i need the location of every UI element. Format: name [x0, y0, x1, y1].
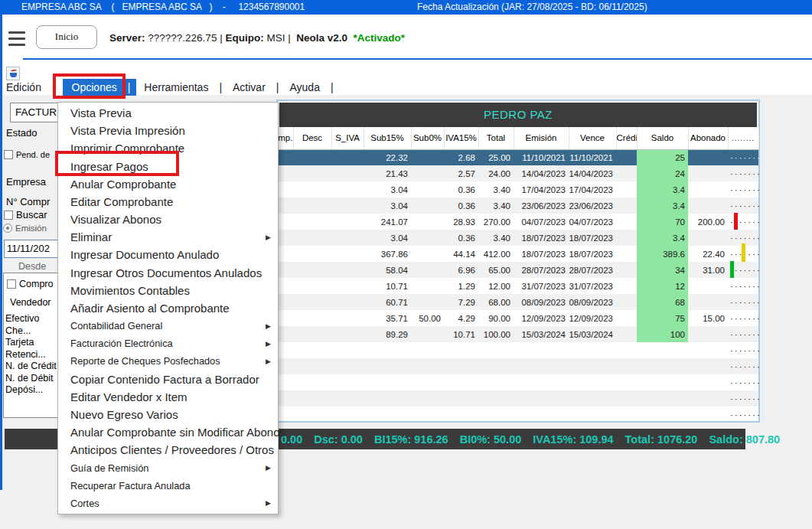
- menu-item-ingresar-otros-documentos-anulados[interactable]: Ingresar Otros Documentos Anulados: [58, 264, 278, 282]
- cell-sub15: [364, 358, 411, 374]
- compro-checkbox-box[interactable]: [7, 279, 16, 289]
- invoice-row[interactable]: 21.432.5724.0014/04/202314/04/202324····…: [278, 165, 758, 181]
- cell-total: 25.00: [478, 149, 514, 165]
- cell-iva15: 44.14: [444, 246, 478, 262]
- empty-row[interactable]: ·······: [278, 358, 758, 374]
- menu-item-recuperar-factura-anulada[interactable]: Recuperar Factura Anulada: [58, 477, 278, 495]
- menubar-item-herramientas[interactable]: Herramientas|: [136, 79, 225, 96]
- column-header-emision[interactable]: Emisión: [514, 127, 569, 149]
- payment-method-item[interactable]: Retenci...: [5, 349, 64, 361]
- payment-method-item[interactable]: N. de Crédit: [5, 361, 64, 373]
- menu-item-vista-previa-impresión[interactable]: Vista Previa Impresión: [58, 122, 278, 139]
- menu-item-contabilidad-general[interactable]: Contabilidad General▶: [58, 317, 278, 335]
- menu-item-vista-previa[interactable]: Vista Previa: [58, 104, 278, 122]
- cell-iva15: [444, 407, 478, 423]
- payment-method-item[interactable]: Che...: [5, 325, 64, 338]
- payment-method-item[interactable]: Depósi...: [5, 384, 64, 397]
- payment-method-item[interactable]: N. de Débit: [5, 373, 64, 385]
- payment-method-item[interactable]: Tarjeta: [5, 337, 64, 349]
- cell-dots: ·······: [728, 262, 758, 278]
- cell-dots: ·······: [728, 294, 758, 310]
- cell-emision: [514, 358, 569, 374]
- menubar-item-edición[interactable]: Edición|: [6, 79, 58, 96]
- menu-item-anular-comprobante[interactable]: Anular Comprobante: [58, 175, 278, 193]
- column-header-iva15[interactable]: IVA15%: [444, 127, 478, 149]
- emision-radio-button[interactable]: [3, 224, 12, 233]
- payment-method-item[interactable]: Efectivo: [5, 313, 64, 325]
- column-header-saldo[interactable]: Saldo: [637, 127, 688, 149]
- menu-item-ingresar-documento-anulado[interactable]: Ingresar Documento Anulado: [58, 246, 278, 263]
- invoice-row[interactable]: 10.711.2912.0031/07/202331/07/202312····…: [278, 278, 758, 294]
- emision-radio[interactable]: Emisión: [3, 224, 47, 233]
- invoice-row[interactable]: 35.7150.004.2990.0012/09/202312/09/20237…: [278, 310, 758, 326]
- menu-item-guía-de-remisión[interactable]: Guía de Remisión▶: [58, 459, 278, 476]
- cell-total: 24.00: [478, 165, 514, 181]
- invoice-row[interactable]: 367.8644.14412.0018/07/202318/07/2023389…: [278, 246, 758, 262]
- cell-iva15: [444, 374, 478, 390]
- menubar-item-opciones[interactable]: Opciones|: [63, 79, 137, 96]
- cell-credito: [616, 230, 637, 246]
- menu-item-editar-vendedor-x-item[interactable]: Editar Vendedor x Item: [58, 388, 278, 406]
- empty-row[interactable]: ·······: [278, 390, 758, 407]
- empty-row[interactable]: ·······: [278, 342, 758, 358]
- column-header-sub0[interactable]: Sub0%: [411, 127, 444, 149]
- cell-comp: [278, 214, 293, 230]
- menu-item-ingresar-pagos[interactable]: Ingresar Pagos: [58, 158, 278, 175]
- invoice-row[interactable]: 3.040.363.4017/04/202317/04/20233.4·····…: [278, 181, 758, 198]
- empty-row[interactable]: ·······: [278, 374, 758, 390]
- invoice-row[interactable]: 3.040.363.4023/06/202323/06/20233.4·····…: [278, 198, 758, 214]
- menu-item-visualizar-abonos[interactable]: Visualizar Abonos: [58, 211, 278, 228]
- cell-desc: [293, 326, 331, 342]
- title-company: EMPRESA ABC SA ( EMPRESA ABC SA ) - 1234…: [21, 2, 305, 12]
- menu-item-cortes[interactable]: Cortes▶: [58, 495, 278, 512]
- menu-item-facturación-electrónica[interactable]: Facturación Electrónica▶: [58, 335, 278, 352]
- buscar-checkbox[interactable]: Buscar: [4, 209, 47, 220]
- menu-item-anular-comprobante-sin-modificar-abonos[interactable]: Anular Comprobante sin Modificar Abonos: [58, 423, 278, 441]
- invoice-row[interactable]: 3.040.363.4018/07/202318/07/20233.4·····…: [278, 230, 758, 246]
- menu-item-copiar-contenido-factura-a-borrador[interactable]: Copiar Contenido Factura a Borrador: [58, 371, 278, 388]
- column-header-total[interactable]: Total: [478, 127, 514, 149]
- pend-checkbox[interactable]: Pend. de: [4, 150, 50, 159]
- column-header-abonado[interactable]: Abonado: [688, 127, 728, 149]
- cell-sub0: [411, 390, 444, 407]
- empty-row[interactable]: ·······: [278, 407, 758, 423]
- column-header-dots[interactable]: ........: [728, 127, 758, 149]
- cell-iva15: [444, 358, 478, 374]
- cell-saldo: 12: [637, 278, 688, 294]
- compro-checkbox[interactable]: Compro: [7, 279, 53, 289]
- column-header-s_iva[interactable]: S_IVA: [331, 127, 364, 149]
- cell-vence: 04/07/2023: [569, 214, 616, 230]
- buscar-checkbox-box[interactable]: [4, 211, 13, 220]
- inicio-button[interactable]: Inicio: [36, 25, 97, 49]
- menubar-item-activar[interactable]: Activar|: [225, 79, 282, 96]
- column-header-desc[interactable]: Desc: [293, 127, 331, 149]
- cell-sub15: [364, 407, 411, 423]
- column-header-credito[interactable]: Crédito: [616, 127, 637, 149]
- green-indicator-bar: [730, 261, 734, 278]
- fecha-input[interactable]: 11/11/202: [4, 240, 60, 258]
- invoice-row[interactable]: 241.0728.93270.0004/07/202304/07/2023702…: [278, 214, 758, 230]
- menubar-item-ayuda[interactable]: Ayuda|: [282, 79, 336, 96]
- menu-item-eliminar[interactable]: Eliminar▶: [58, 228, 278, 246]
- cell-sub15: [364, 374, 411, 390]
- cell-saldo: 3.4: [637, 181, 688, 198]
- menu-item-movimientos-contables[interactable]: Movimientos Contables: [58, 282, 278, 299]
- hamburger-menu-icon[interactable]: [8, 31, 25, 46]
- cell-vence: 18/07/2023: [569, 246, 616, 262]
- invoice-row[interactable]: 58.046.9665.0028/07/202328/07/20233431.0…: [278, 262, 758, 278]
- menu-item-imprimir-comprobante[interactable]: Imprimir Comprobante: [58, 139, 278, 157]
- menu-item-anticipos-clientes-proveedores-otros[interactable]: Anticipos Clientes / Proveedores / Otros: [58, 441, 278, 459]
- invoice-row[interactable]: 22.322.6825.0011/10/202111/10/202125····…: [278, 149, 758, 165]
- column-header-vence[interactable]: Vence: [569, 127, 616, 149]
- status-total-segment: BI15%: 916.26: [374, 433, 448, 446]
- invoice-row[interactable]: 60.717.2968.0008/09/202308/09/202368····…: [278, 294, 758, 310]
- column-header-sub15[interactable]: Sub15%: [364, 127, 411, 149]
- menu-item-nuevo-egreso-varios[interactable]: Nuevo Egreso Varios: [58, 406, 278, 423]
- menu-item-añadir-asiento-al-comprobante[interactable]: Añadir Asiento al Comprobante: [58, 299, 278, 317]
- column-header-comp[interactable]: mp.: [278, 127, 293, 149]
- menu-item-reporte-de-cheques-posfechados[interactable]: Reporte de Cheques Posfechados▶: [58, 352, 278, 370]
- cell-dots: ·······: [728, 326, 758, 342]
- menu-item-editar-comprobante[interactable]: Editar Comprobante: [58, 193, 278, 211]
- pend-checkbox-box[interactable]: [4, 150, 13, 159]
- invoice-row[interactable]: 89.2910.71100.0015/03/202415/03/2024100·…: [278, 326, 758, 342]
